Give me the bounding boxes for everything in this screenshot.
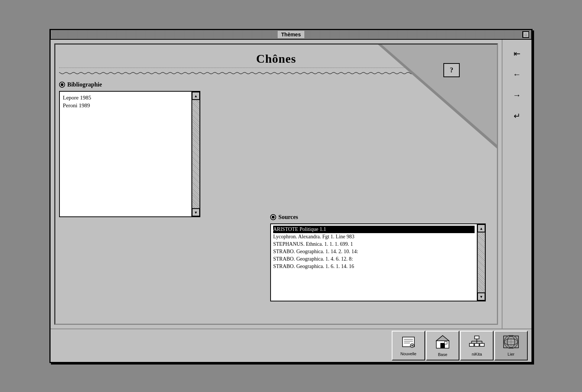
list-item[interactable]: STRABO. Geographica. 1. 6. 1. 14. 16 <box>273 263 475 270</box>
sources-header: Sources <box>270 214 486 220</box>
bibliographie-radio[interactable] <box>59 82 65 88</box>
svg-rect-11 <box>475 336 479 339</box>
list-item[interactable]: Lycophron. Alexandra. Fgt 1. Line 983 <box>273 233 475 241</box>
sources-section: Sources ARISTOTE Politique 1.1 Lycophron… <box>270 214 486 301</box>
scroll-down-button[interactable]: ▼ <box>192 208 200 216</box>
sources-label: Sources <box>278 214 298 220</box>
base-icon <box>435 335 450 351</box>
svg-rect-9 <box>440 343 445 348</box>
nav-return-button[interactable]: ↵ <box>509 110 525 123</box>
window-title: Thèmes <box>278 31 305 38</box>
nouvelle-label: Nouvelle <box>401 352 417 356</box>
sources-radio[interactable] <box>270 214 276 220</box>
nikita-icon <box>469 335 485 350</box>
sources-scrollbar: ▲ ▼ <box>477 224 485 301</box>
nav-panel: ⇤ ← → ↵ <box>502 40 531 329</box>
list-item[interactable]: STRABO. Geographica. 1. 4. 6. 12. 8: <box>273 255 475 263</box>
list-item[interactable]: Peroni 1989 <box>63 102 188 110</box>
base-label: Base <box>438 352 447 357</box>
scroll-up-button[interactable]: ▲ <box>192 92 200 100</box>
main-window: Thèmes □ ? Chônes Bibliographie <box>49 29 533 363</box>
sources-listbox[interactable]: ARISTOTE Politique 1.1 Lycophron. Alexan… <box>270 223 486 301</box>
bibliographie-header: Bibliographie <box>59 81 493 88</box>
close-button[interactable]: □ <box>523 31 529 38</box>
bibliographie-scrollbar: ▲ ▼ <box>191 92 200 216</box>
lier-icon <box>503 335 519 350</box>
bibliographie-list-content: Lepore 1985 Peroni 1989 <box>60 92 191 216</box>
nikita-button[interactable]: niKita <box>460 331 494 360</box>
nouvelle-icon <box>401 336 416 350</box>
list-item[interactable]: ARISTOTE Politique 1.1 <box>273 226 475 233</box>
lier-label: Lier <box>508 352 514 356</box>
list-item[interactable]: STRABO. Geographica. 1. 14. 2. 10. 14: <box>273 248 475 255</box>
nouvelle-button[interactable]: Nouvelle <box>392 331 425 360</box>
wave-divider <box>59 71 493 75</box>
title-bar: Thèmes □ <box>51 30 531 40</box>
list-item[interactable]: STEPHANUS. Ethnica. 1. 1. 1. 699. 1 <box>273 241 475 248</box>
window-body: ? Chônes Bibliographie Lepore 1985 Peron… <box>51 40 531 329</box>
main-content-area: ? Chônes Bibliographie Lepore 1985 Peron… <box>54 43 498 325</box>
svg-marker-8 <box>436 336 449 341</box>
sources-scroll-up-button[interactable]: ▲ <box>477 224 485 232</box>
toolbar: Nouvelle Base <box>51 329 531 362</box>
sources-scroll-track[interactable] <box>478 232 485 293</box>
bibliographie-listbox[interactable]: Lepore 1985 Peroni 1989 ▲ ▼ <box>59 91 200 217</box>
svg-rect-10 <box>444 342 447 344</box>
svg-rect-18 <box>475 343 479 346</box>
title-divider <box>59 68 493 68</box>
sources-scroll-down-button[interactable]: ▼ <box>477 293 485 301</box>
help-button[interactable]: ? <box>443 63 460 77</box>
scroll-track[interactable] <box>192 100 200 208</box>
base-button[interactable]: Base <box>426 331 459 360</box>
lier-button[interactable]: Lier <box>494 331 528 360</box>
nav-forward-button[interactable]: → <box>509 89 525 102</box>
list-item[interactable]: Lepore 1985 <box>63 94 188 102</box>
nav-back-button[interactable]: ← <box>509 68 525 81</box>
svg-rect-19 <box>480 343 484 346</box>
nav-first-button[interactable]: ⇤ <box>509 47 525 61</box>
svg-rect-17 <box>469 343 474 346</box>
bibliographie-section: Bibliographie Lepore 1985 Peroni 1989 ▲ … <box>59 81 493 217</box>
sources-list-content: ARISTOTE Politique 1.1 Lycophron. Alexan… <box>271 224 477 301</box>
bibliographie-label: Bibliographie <box>67 81 102 88</box>
page-title: Chônes <box>59 52 493 66</box>
nikita-label: niKita <box>472 352 482 356</box>
